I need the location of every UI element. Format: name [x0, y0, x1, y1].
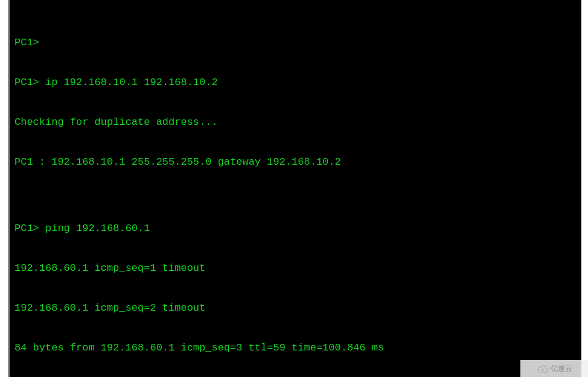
terminal-line: 84 bytes from 192.168.60.1 icmp_seq=3 tt… — [14, 341, 577, 355]
terminal-line: 192.168.60.1 icmp_seq=1 timeout — [14, 262, 577, 275]
terminal-output: PC1> PC1> ip 192.168.10.1 192.168.10.2 C… — [14, 10, 577, 377]
terminal-line: PC1> — [14, 36, 577, 49]
terminal-line: PC1> ping 192.168.60.1 — [14, 222, 577, 235]
terminal-window[interactable]: PC1> PC1> ip 192.168.10.1 192.168.10.2 C… — [8, 0, 581, 377]
terminal-line: PC1 : 192.168.10.1 255.255.255.0 gateway… — [14, 156, 577, 169]
watermark-badge: 亿速云 — [520, 360, 588, 377]
terminal-line: Checking for duplicate address... — [14, 116, 577, 129]
terminal-line: PC1> ip 192.168.10.1 192.168.10.2 — [14, 76, 577, 89]
cloud-icon — [537, 365, 548, 372]
watermark-text: 亿速云 — [551, 364, 572, 374]
svg-point-0 — [542, 369, 543, 371]
terminal-line: 192.168.60.1 icmp_seq=2 timeout — [14, 302, 577, 315]
